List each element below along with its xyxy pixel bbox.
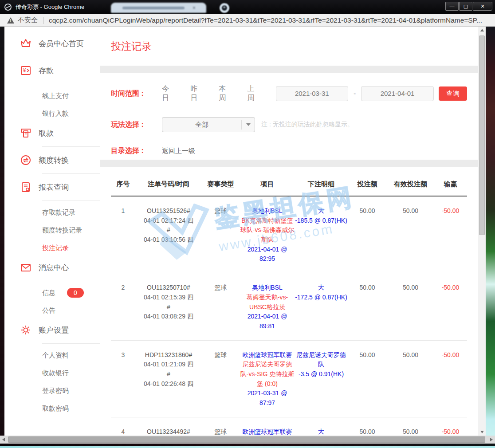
- minimize-button[interactable]: —: [445, 2, 459, 11]
- play-select-dropdown[interactable]: 全部: [162, 117, 255, 132]
- cell-bet-time: 04-01 02:17:24 四: [135, 216, 202, 226]
- sidebar-item-label: 额度转换: [39, 155, 69, 165]
- sidebar: 会员中心首页 ¥ 存款 线上支付 银行入款 取款: [4, 27, 100, 436]
- cell-bet-odds: -185.5 @ 0.87(HK): [295, 216, 347, 226]
- sidebar-item-announcements[interactable]: 公告: [20, 302, 100, 319]
- divider: [42, 146, 100, 147]
- table-header-row: 序号 注单号码/时间 赛事类型 项目 下注明细 投注额 有效投注额 输赢: [111, 167, 467, 196]
- col-header-bet-detail: 下注明细: [295, 180, 347, 189]
- sidebar-item-label: 取款: [39, 128, 54, 138]
- sidebar-item-label: 存款: [39, 66, 54, 76]
- sub-item-label: 线上支付: [42, 92, 69, 100]
- sidebar-item-online-pay[interactable]: 线上支付: [20, 87, 100, 105]
- vertical-scroll-thumb[interactable]: [479, 35, 485, 235]
- scroll-right-arrow-icon[interactable]: [488, 438, 495, 441]
- sidebar-item-deposit[interactable]: ¥ 存款: [20, 60, 100, 81]
- play-select-row: 玩法选择 : 全部 注 : 无投注的玩法此处忽略显示。: [111, 117, 467, 132]
- cell-amount: 50.00: [347, 350, 387, 408]
- scroll-down-arrow-icon[interactable]: [478, 428, 486, 436]
- sidebar-item-label: 报表查询: [39, 182, 69, 193]
- cell-match: BK克洛斯特新堡篮球队-vs-瑞佛森威尔斯队: [240, 216, 295, 245]
- cell-hash: #: [135, 225, 202, 235]
- crown-icon: [20, 38, 31, 49]
- cell-index: 2: [111, 283, 135, 331]
- cell-bet-odds: -3.5 @ 0.91(HK): [295, 369, 347, 379]
- sidebar-item-reports[interactable]: 报表查询: [20, 177, 100, 198]
- cell-bet-odds: -172.5 @ 0.87(HK): [295, 293, 347, 303]
- directory-row: 目录选择 : 返回上一级: [111, 146, 467, 156]
- address-bar[interactable]: 不安全 cqcp2.com/chuanQiCPLoginWeb/app/repo…: [0, 14, 495, 27]
- scroll-up-arrow-icon[interactable]: [478, 27, 486, 34]
- horizontal-scrollbar[interactable]: [0, 436, 495, 444]
- sidebar-item-transfer-records[interactable]: 额度转换记录: [20, 221, 100, 239]
- sidebar-item-receiving-bank[interactable]: 收款银行: [20, 364, 100, 382]
- svg-text:¥: ¥: [23, 67, 26, 74]
- cell-settle-time: 04-01 03:08:29 四: [135, 312, 202, 322]
- page-url[interactable]: cqcp2.com/chuanQiCPLoginWeb/app/reportDe…: [49, 16, 482, 24]
- table-row: 2 OU113250710#04-01 02:15:39 四#04-01 03:…: [111, 273, 467, 340]
- cell-settle-time: 04-01 03:10:56 四: [135, 235, 202, 245]
- quick-link-today[interactable]: 今日: [162, 84, 176, 103]
- sidebar-item-account-settings[interactable]: 账户设置: [20, 319, 100, 341]
- quick-link-last-week[interactable]: 上周: [247, 84, 261, 103]
- sub-item-label: 取款密码: [42, 405, 69, 413]
- deposit-icon: ¥: [20, 65, 31, 76]
- divider: [42, 343, 100, 344]
- date-range-separator: -: [354, 90, 356, 98]
- close-button[interactable]: ✕: [473, 2, 492, 11]
- cell-amount: 50.00: [347, 427, 387, 436]
- cell-amount: 50.00: [347, 283, 387, 331]
- sidebar-item-messages[interactable]: 信息 0: [20, 284, 100, 302]
- sidebar-item-bank-deposit[interactable]: 银行入款: [20, 105, 100, 122]
- sub-item-label: 投注记录: [42, 244, 69, 252]
- cell-valid-amount: 50.00: [387, 206, 434, 264]
- not-secure-warning-icon[interactable]: [7, 17, 14, 24]
- sidebar-item-credit-transfer[interactable]: 额度转换: [20, 149, 100, 171]
- cell-bet-time: 04-01 02:15:39 四: [135, 293, 202, 303]
- search-button[interactable]: 查询: [439, 86, 467, 101]
- vertical-scrollbar[interactable]: [478, 27, 486, 436]
- cell-order-no: HDP113231860#: [135, 350, 202, 360]
- sub-item-label: 信息: [42, 289, 55, 297]
- cell-sport: 篮球: [202, 206, 240, 264]
- desktop-wallpaper-sliver: [486, 27, 495, 436]
- cell-winloss: -50.00: [434, 206, 467, 264]
- quick-link-yesterday[interactable]: 昨日: [190, 84, 204, 103]
- background-newtab-ghost-icon: [220, 3, 229, 13]
- sidebar-item-withdraw-password[interactable]: 取款密码: [20, 400, 100, 417]
- play-select-label: 玩法选择 :: [111, 120, 162, 130]
- cell-hash: #: [135, 369, 202, 379]
- horizontal-scroll-thumb[interactable]: [8, 436, 485, 443]
- cell-winloss: -50.00: [434, 283, 467, 331]
- sidebar-item-login-password[interactable]: 登录密码: [20, 382, 100, 400]
- date-from-input[interactable]: 2021-03-31: [276, 86, 348, 101]
- sub-item-label: 银行入款: [42, 110, 69, 118]
- cell-bet-time: 04-01 01:21:09 四: [135, 360, 202, 369]
- withdraw-icon: [20, 127, 31, 139]
- quick-link-this-week[interactable]: 本周: [219, 84, 232, 103]
- sidebar-item-deposit-withdraw-records[interactable]: 存取款记录: [20, 204, 100, 221]
- scroll-left-arrow-icon[interactable]: [0, 438, 7, 441]
- sidebar-item-bet-records[interactable]: 投注记录: [20, 239, 100, 257]
- sidebar-item-member-home[interactable]: 会员中心首页: [20, 33, 100, 54]
- cell-result: 2021-04-01 @ 89:81: [240, 312, 295, 331]
- date-to-input[interactable]: 2021-04-01: [361, 86, 433, 101]
- directory-label: 目录选择 :: [111, 146, 162, 156]
- cell-index: 4: [111, 427, 135, 436]
- report-icon: [20, 181, 31, 193]
- col-header-amount: 投注额: [347, 180, 387, 189]
- message-icon: [20, 262, 31, 273]
- sidebar-item-message-center[interactable]: 消息中心: [20, 257, 100, 278]
- main-content: 投注记录 时间范围 : 今日 昨日 本周 上周 2021-03-31 - 202…: [100, 27, 478, 436]
- cell-winloss: -50.00: [434, 427, 467, 436]
- sidebar-item-profile[interactable]: 个人资料: [20, 346, 100, 364]
- table-row: 4 OU113234492#04-01 01:27:25 四#04-01 02:…: [111, 417, 467, 436]
- ghost-tab-close-icon: ×: [192, 5, 196, 11]
- not-secure-label[interactable]: 不安全: [18, 16, 38, 24]
- cell-league: 欧洲篮球冠军联赛: [240, 427, 295, 436]
- back-to-parent-link[interactable]: 返回上一级: [162, 147, 195, 155]
- bet-records-table-card: 序号 注单号码/时间 赛事类型 项目 下注明细 投注额 有效投注额 输赢 1 O…: [100, 167, 478, 436]
- table-row: 1 OU113251526#04-01 02:17:24 四#04-01 03:…: [111, 196, 467, 273]
- maximize-button[interactable]: ▢: [459, 2, 472, 11]
- sidebar-item-withdraw[interactable]: 取款: [20, 122, 100, 144]
